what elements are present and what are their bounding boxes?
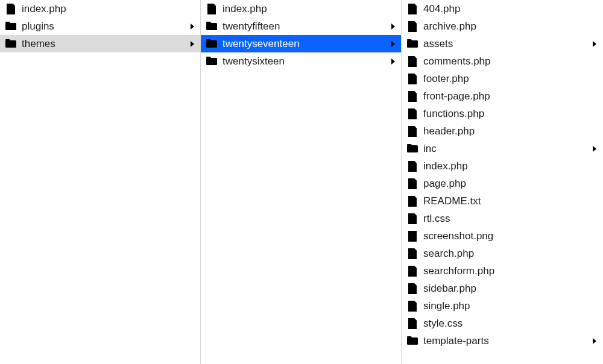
chevron-right-icon [592,146,598,152]
item-label: template-parts [423,332,589,350]
item-label: single.php [423,297,598,315]
chevron-right-icon [592,338,598,344]
folder-icon [206,38,218,50]
file-item-index-php[interactable]: index.php [0,0,200,17]
folder-icon [5,38,17,50]
css-file-icon [406,213,418,225]
file-item-archive-php[interactable]: archive.php [402,17,602,35]
file-item-header-php[interactable]: header.php [402,122,602,140]
item-label: index.php [423,157,598,175]
finder-column-2[interactable]: 404.phparchive.phpassetscomments.phpfoot… [402,0,602,364]
php-file-icon [406,90,418,102]
file-item-404-php[interactable]: 404.php [402,0,602,17]
php-file-icon [206,3,218,15]
file-item-readme-txt[interactable]: README.txt [402,192,602,210]
finder-column-view: index.phppluginsthemes index.phptwentyfi… [0,0,603,364]
file-item-style-css[interactable]: style.css [402,315,602,332]
php-file-icon [5,3,17,15]
item-label: screenshot.png [423,227,598,245]
css-file-icon [406,318,418,330]
finder-column-1[interactable]: index.phptwentyfifteentwentyseventeentwe… [201,0,402,364]
php-file-icon [406,283,418,295]
item-label: comments.php [423,52,598,70]
item-label: functions.php [423,105,598,122]
php-file-icon [406,20,418,33]
folder-item-themes[interactable]: themes [0,35,200,52]
file-item-functions-php[interactable]: functions.php [402,105,602,122]
item-label: rtl.css [423,210,598,227]
finder-column-0[interactable]: index.phppluginsthemes [0,0,201,364]
folder-icon [206,20,218,33]
php-file-icon [406,178,418,190]
item-label: twentyseventeen [223,35,388,52]
image-file-icon [406,230,418,242]
php-file-icon [406,265,418,277]
php-file-icon [406,300,418,312]
php-file-icon [406,55,418,67]
item-label: searchform.php [423,262,598,280]
item-label: style.css [423,315,598,332]
file-item-sidebar-php[interactable]: sidebar.php [402,280,602,297]
file-item-page-php[interactable]: page.php [402,175,602,192]
file-item-index-php[interactable]: index.php [201,0,401,17]
php-file-icon [406,108,418,120]
folder-icon [206,55,218,67]
item-label: search.php [423,245,598,262]
file-item-front-page-php[interactable]: front-page.php [402,87,602,105]
chevron-right-icon [390,24,396,30]
folder-icon [5,20,17,33]
item-label: sidebar.php [423,280,598,297]
item-label: plugins [22,17,187,35]
php-file-icon [406,125,418,137]
folder-item-assets[interactable]: assets [402,35,602,52]
folder-item-twentyfifteen[interactable]: twentyfifteen [201,17,401,35]
php-file-icon [406,160,418,172]
chevron-right-icon [189,41,195,47]
chevron-right-icon [390,41,396,47]
item-label: front-page.php [423,87,598,105]
folder-item-twentyseventeen[interactable]: twentyseventeen [201,35,401,52]
item-label: header.php [423,122,598,140]
php-file-icon [406,248,418,260]
file-item-comments-php[interactable]: comments.php [402,52,602,70]
item-label: archive.php [423,17,598,35]
item-label: themes [22,35,187,52]
item-label: footer.php [423,70,598,87]
item-label: index.php [223,0,396,17]
item-label: README.txt [423,192,598,210]
item-label: twentysixteen [223,52,388,70]
php-file-icon [406,3,418,15]
folder-item-plugins[interactable]: plugins [0,17,200,35]
folder-item-inc[interactable]: inc [402,140,602,157]
item-label: 404.php [423,0,598,17]
chevron-right-icon [189,24,195,30]
item-label: page.php [423,175,598,192]
php-file-icon [406,73,418,85]
chevron-right-icon [390,58,396,64]
file-item-searchform-php[interactable]: searchform.php [402,262,602,280]
file-item-single-php[interactable]: single.php [402,297,602,315]
folder-icon [406,143,418,155]
file-item-search-php[interactable]: search.php [402,245,602,262]
item-label: twentyfifteen [223,17,388,35]
folder-icon [406,38,418,50]
item-label: assets [423,35,589,52]
chevron-right-icon [592,41,598,47]
folder-item-template-parts[interactable]: template-parts [402,332,602,350]
item-label: index.php [22,0,195,17]
file-item-footer-php[interactable]: footer.php [402,70,602,87]
file-item-screenshot-png[interactable]: screenshot.png [402,227,602,245]
folder-item-twentysixteen[interactable]: twentysixteen [201,52,401,70]
text-file-icon [406,195,418,207]
item-label: inc [423,140,589,157]
file-item-rtl-css[interactable]: rtl.css [402,210,602,227]
file-item-index-php[interactable]: index.php [402,157,602,175]
folder-icon [406,335,418,347]
